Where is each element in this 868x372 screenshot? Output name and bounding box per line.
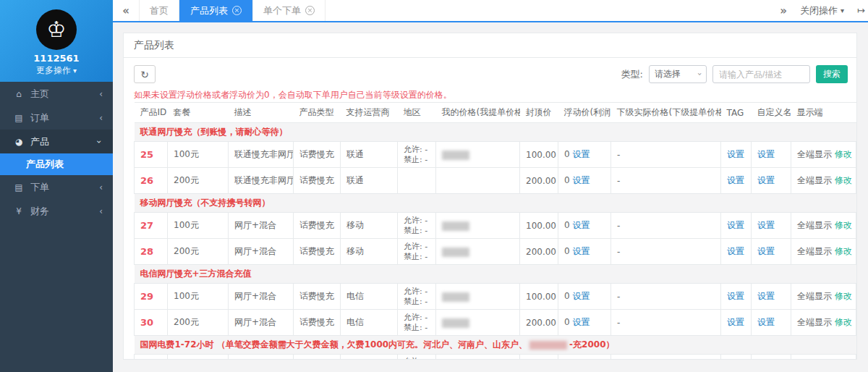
display-modify-link[interactable]: 修改 bbox=[835, 246, 852, 256]
document-icon: ▤ bbox=[13, 113, 25, 123]
tag-set-link[interactable]: 设置 bbox=[727, 246, 744, 256]
tab-close-icon[interactable]: × bbox=[305, 6, 315, 15]
sub-price-cell: - bbox=[611, 310, 721, 336]
table-cell bbox=[436, 355, 520, 360]
table-wrap: 产品ID套餐描述产品类型支持运营商地区我的价格(我提单价格)封顶价浮动价(利润)… bbox=[124, 102, 856, 360]
sidebar-item-product-list[interactable]: 产品列表 bbox=[0, 153, 113, 175]
product-icon: ◕ bbox=[13, 137, 25, 147]
tag-set-link[interactable]: 设置 bbox=[727, 220, 744, 230]
tab-0[interactable]: 首页 bbox=[139, 0, 179, 21]
product-type-cell: 话费慢充 bbox=[294, 168, 341, 194]
display-modify-link[interactable]: 修改 bbox=[835, 220, 852, 230]
tag-cell: 设置 bbox=[721, 310, 752, 336]
search-input[interactable] bbox=[712, 65, 810, 83]
floating-price-cell: 0 设置 bbox=[558, 142, 611, 168]
sidebar-item-place-order[interactable]: ▤下单‹ bbox=[0, 175, 113, 199]
floating-price-set-link[interactable]: 设置 bbox=[572, 291, 590, 301]
display-side-cell: 全端显示 修改 bbox=[791, 168, 856, 194]
product-list-panel: 产品列表 ↻ 类型: 请选择 › 搜索 如果未设置浮动价格或者浮动价为0，会自动… bbox=[123, 33, 857, 360]
sidebar-item-products[interactable]: ◕产品› bbox=[0, 130, 113, 153]
custom-name-set-link[interactable]: 设置 bbox=[757, 149, 775, 159]
display-modify-link[interactable]: 修改 bbox=[835, 149, 852, 159]
floating-price-set-link[interactable]: 设置 bbox=[572, 175, 590, 185]
floating-price-set-link[interactable]: 设置 bbox=[572, 317, 590, 327]
floating-price-set-link[interactable]: 设置 bbox=[572, 149, 590, 159]
package-cell: 100元 bbox=[168, 284, 229, 310]
toolbar: ↻ 类型: 请选择 › 搜索 bbox=[124, 58, 856, 84]
carrier-cell: 联通 bbox=[341, 168, 398, 194]
close-actions-dropdown[interactable]: 关闭操作▾ bbox=[800, 4, 844, 17]
col-header-cap-price: 封顶价 bbox=[520, 103, 558, 123]
more-actions-dropdown[interactable]: 更多操作▾ bbox=[0, 64, 113, 77]
product-id-cell: 30 bbox=[135, 310, 168, 336]
group-header-cell: 国网电费1-72小时 （单笔交费金额需大于欠费金额，欠费1000内可充。河北户、… bbox=[135, 336, 856, 355]
refresh-button[interactable]: ↻ bbox=[134, 65, 156, 83]
close-actions-label: 关闭操作 bbox=[800, 4, 838, 17]
chevron-left-icon: ‹ bbox=[99, 89, 103, 99]
custom-name-cell: 设置 bbox=[752, 239, 791, 265]
my-price-cell bbox=[436, 310, 520, 336]
sidebar-item-label: 订单 bbox=[30, 111, 49, 124]
tabs-collapse-right-button[interactable]: » bbox=[780, 4, 787, 17]
search-button[interactable]: 搜索 bbox=[816, 65, 848, 83]
custom-name-cell: 设置 bbox=[752, 284, 791, 310]
floating-price-set-link[interactable]: 设置 bbox=[572, 246, 590, 256]
sidebar-item-label: 主页 bbox=[30, 88, 49, 101]
cap-price-cell: 200.00 bbox=[520, 239, 558, 265]
custom-name-set-link[interactable]: 设置 bbox=[757, 291, 775, 301]
carrier-cell: 移动 bbox=[341, 239, 398, 265]
censored-price bbox=[442, 151, 469, 160]
product-id-cell: 27 bbox=[135, 213, 168, 239]
floating-price-set-link[interactable]: 设置 bbox=[572, 220, 590, 230]
tab-1[interactable]: 产品列表× bbox=[179, 0, 252, 21]
description-cell: 网厅+混合 bbox=[229, 310, 294, 336]
tag-set-link[interactable]: 设置 bbox=[727, 291, 744, 301]
product-row-clipped: 允许: bbox=[135, 355, 856, 360]
sub-price-cell: - bbox=[611, 284, 721, 310]
sidebar-item-label: 财务 bbox=[30, 205, 49, 218]
chevron-left-icon: ‹ bbox=[99, 113, 103, 123]
col-header-tag: TAG bbox=[721, 103, 752, 123]
tab-close-icon[interactable]: × bbox=[232, 6, 242, 15]
custom-name-set-link[interactable]: 设置 bbox=[757, 246, 775, 256]
sidebar-item-finance[interactable]: ¥财务‹ bbox=[0, 199, 113, 223]
display-modify-link[interactable]: 修改 bbox=[835, 317, 852, 327]
cap-price-cell: 100.00 bbox=[520, 142, 558, 168]
custom-name-set-link[interactable]: 设置 bbox=[757, 317, 775, 327]
tabs-collapse-left-button[interactable]: « bbox=[113, 0, 139, 21]
sidebar-item-label: 下单 bbox=[30, 181, 49, 194]
censored-price bbox=[442, 318, 469, 328]
tag-cell: 设置 bbox=[721, 142, 752, 168]
tag-set-link[interactable]: 设置 bbox=[727, 175, 744, 185]
group-header-row: 移动网厅慢充（不支持携号转网） bbox=[135, 194, 856, 213]
product-type-cell: 话费慢充 bbox=[294, 213, 341, 239]
group-header-cell: 移动网厅慢充（不支持携号转网） bbox=[135, 194, 856, 213]
group-header-row: 电信网厅慢充+三方混合充值 bbox=[135, 265, 856, 284]
more-actions-label: 更多操作 bbox=[36, 65, 71, 75]
tag-set-link[interactable]: 设置 bbox=[727, 317, 744, 327]
display-modify-link[interactable]: 修改 bbox=[835, 175, 852, 185]
region-cell: 允许: -禁止: - bbox=[398, 284, 436, 310]
region-cell: 允许: -禁止: - bbox=[398, 310, 436, 336]
tab-label: 首页 bbox=[150, 4, 169, 17]
tab-2[interactable]: 单个下单× bbox=[252, 0, 326, 21]
col-header-display-side: 显示端 bbox=[791, 103, 856, 123]
logout-button[interactable]: ↦退出 bbox=[857, 4, 868, 17]
custom-name-cell: 设置 bbox=[752, 213, 791, 239]
sidebar-item-home[interactable]: ⌂主页‹ bbox=[0, 82, 113, 106]
tag-set-link[interactable]: 设置 bbox=[727, 149, 744, 159]
custom-name-set-link[interactable]: 设置 bbox=[757, 220, 775, 230]
product-id-cell: 28 bbox=[135, 239, 168, 265]
table-cell bbox=[229, 355, 294, 360]
avatar[interactable]: ♔ bbox=[36, 9, 77, 50]
product-type-cell: 话费慢充 bbox=[294, 310, 341, 336]
type-filter-label: 类型: bbox=[621, 68, 643, 81]
display-modify-link[interactable]: 修改 bbox=[835, 291, 852, 301]
type-select[interactable]: 请选择 › bbox=[649, 65, 707, 83]
my-price-cell bbox=[436, 168, 520, 194]
product-type-cell: 话费慢充 bbox=[294, 142, 341, 168]
product-table: 产品ID套餐描述产品类型支持运营商地区我的价格(我提单价格)封顶价浮动价(利润)… bbox=[134, 102, 856, 360]
col-header-floating-price: 浮动价(利润) bbox=[558, 103, 611, 123]
sidebar-item-orders[interactable]: ▤订单‹ bbox=[0, 106, 113, 130]
custom-name-set-link[interactable]: 设置 bbox=[757, 175, 775, 185]
